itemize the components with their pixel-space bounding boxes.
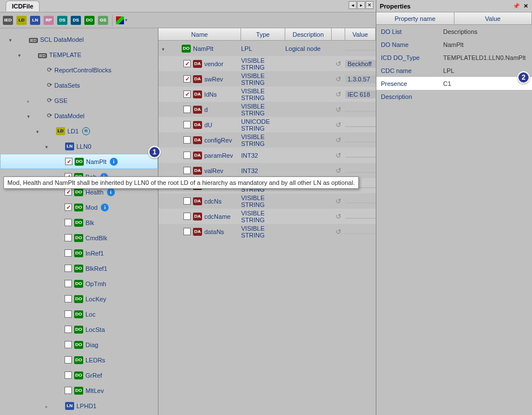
checkbox[interactable]: ✓ (65, 188, 72, 196)
close-tab-icon[interactable]: ✕ (366, 1, 374, 9)
checkbox[interactable] (183, 228, 191, 235)
property-row[interactable]: CDC nameLPL (376, 64, 532, 77)
grid-value[interactable] (345, 233, 376, 234)
grid-row[interactable]: DAcdcNsVISIBLE STRING (158, 193, 376, 209)
tree-item[interactable]: DataModel (0, 108, 158, 123)
tree-item[interactable]: ✓DOModi (0, 200, 158, 215)
revert-icon[interactable] (336, 152, 341, 159)
tree-item[interactable]: DOInRef1 (0, 245, 158, 261)
expand-arrow-icon[interactable] (45, 403, 52, 409)
checkbox[interactable] (65, 295, 72, 302)
expand-arrow-icon[interactable] (45, 143, 52, 150)
tree-item[interactable]: DOCmdBlk (0, 230, 158, 245)
grid-value[interactable] (345, 126, 376, 127)
tree-item[interactable]: DOGrRef (0, 368, 158, 383)
grid-row[interactable]: ✓DAvendorVISIBLE STRINGBeckhoff (158, 56, 376, 71)
expand-arrow-icon[interactable] (27, 97, 34, 104)
tree-item[interactable]: DOMltLev (0, 383, 158, 398)
tree-item[interactable]: SCL DataModel (0, 32, 158, 47)
grid-row[interactable]: DAconfigRevVISIBLE STRING (158, 132, 376, 148)
grid-row[interactable]: DAvalRevINT32 (158, 163, 376, 178)
grid-header-type[interactable]: Type (241, 28, 285, 40)
info-icon[interactable]: i (101, 204, 109, 211)
property-row[interactable]: ICD DO_TypeTEMPLATELD1.LLN0.NamPlt (376, 51, 532, 64)
revert-icon[interactable] (336, 60, 341, 68)
checkbox[interactable] (183, 197, 191, 205)
property-row[interactable]: DO ListDescriptions (376, 25, 532, 38)
tree-item[interactable]: GSE (0, 93, 158, 108)
grid-row[interactable]: ✓DAswRevVISIBLE STRING1.3.0.57 (158, 71, 376, 87)
checkbox[interactable] (183, 121, 191, 128)
checkbox[interactable] (65, 234, 72, 241)
property-row[interactable]: PresenceC1 (376, 77, 532, 90)
grid-value[interactable] (345, 157, 376, 158)
property-value[interactable]: NamPlt (443, 41, 527, 48)
toolbar-do-button[interactable]: DO (84, 15, 95, 26)
nav-right-icon[interactable]: ▸ (357, 1, 365, 9)
tree-item[interactable]: DOOpTmh (0, 276, 158, 291)
toolbar-ied-button[interactable]: IED (2, 15, 14, 26)
revert-icon[interactable] (336, 90, 341, 98)
checkbox[interactable] (183, 213, 191, 220)
property-value[interactable]: C1 (443, 80, 527, 87)
checkbox[interactable] (65, 326, 72, 333)
toolbar-color-button[interactable]: ▾ (116, 15, 127, 26)
grid-value[interactable] (345, 172, 376, 173)
tree-item[interactable]: ReportControlBlocks (0, 62, 158, 77)
checkbox[interactable] (65, 249, 72, 257)
property-value[interactable]: TEMPLATELD1.LLN0.NamPlt (443, 54, 527, 61)
tree-item[interactable]: DOBlkRef1 (0, 261, 158, 276)
tree-item[interactable]: DOLEDRs (0, 352, 158, 368)
grid-value[interactable]: 1.3.0.57 (345, 75, 376, 83)
checkbox[interactable]: ✓ (183, 75, 191, 83)
checkbox[interactable] (65, 265, 72, 272)
nav-left-icon[interactable]: ◂ (349, 1, 357, 9)
toolbar-rp-button[interactable]: RP (43, 15, 54, 26)
checkbox[interactable] (183, 106, 191, 113)
expand-arrow-icon[interactable] (18, 51, 25, 58)
checkbox[interactable]: ✓ (183, 90, 191, 98)
revert-icon[interactable] (336, 106, 341, 114)
revert-icon[interactable] (336, 75, 341, 83)
grid-value[interactable] (345, 111, 376, 112)
prop-header-name[interactable]: Property name (376, 12, 454, 24)
expand-arrow-icon[interactable] (9, 36, 16, 43)
checkbox[interactable]: ✓ (65, 204, 72, 211)
tree-item[interactable]: DOLocKey (0, 291, 158, 306)
grid-row[interactable]: DAcdcNameVISIBLE STRING (158, 209, 376, 224)
tree-item[interactable]: DOLocSta (0, 322, 158, 337)
grid-value[interactable] (345, 202, 376, 204)
tree-item[interactable]: LNLLN0 (0, 139, 158, 154)
revert-icon[interactable] (336, 121, 341, 129)
checkbox[interactable] (183, 152, 191, 159)
grid-header-name[interactable]: Name (158, 28, 241, 40)
tree-item[interactable]: LNLPHD1 (0, 398, 158, 413)
project-tree[interactable]: SCL DataModelTEMPLATEReportControlBlocks… (0, 28, 158, 415)
tree-item[interactable]: DataSets (0, 77, 158, 93)
checkbox[interactable]: ✓ (65, 158, 72, 165)
toolbar-ln-button[interactable]: LN (29, 15, 41, 26)
checkbox[interactable] (65, 341, 72, 348)
tab-icdfile[interactable]: ICDFile (6, 1, 40, 11)
info-icon[interactable]: i (107, 188, 115, 196)
grid-row[interactable]: DONamPltLPLLogical node (158, 41, 376, 56)
grid-row[interactable]: DAdVISIBLE STRING (158, 102, 376, 117)
grid-value[interactable] (345, 218, 376, 219)
grid-header-desc[interactable]: Description (285, 28, 332, 40)
tree-item[interactable]: DOBlk (0, 215, 158, 230)
revert-icon[interactable] (336, 228, 341, 236)
toolbar-ds2-button[interactable]: DS (70, 15, 81, 26)
checkbox[interactable] (183, 167, 191, 174)
revert-icon[interactable] (336, 136, 341, 144)
property-row[interactable]: Description (376, 90, 532, 103)
checkbox[interactable] (183, 136, 191, 144)
grid-row[interactable]: DAparamRevINT32 (158, 148, 376, 163)
grid-header-value[interactable]: Value (345, 28, 376, 40)
toolbar-gs-button[interactable]: GS (97, 15, 109, 26)
checkbox[interactable]: ✓ (183, 60, 191, 67)
property-value[interactable]: LPL (443, 67, 527, 74)
revert-icon[interactable] (336, 167, 341, 175)
checkbox[interactable] (65, 387, 72, 394)
revert-icon[interactable] (336, 197, 341, 205)
checkbox[interactable] (65, 219, 72, 226)
